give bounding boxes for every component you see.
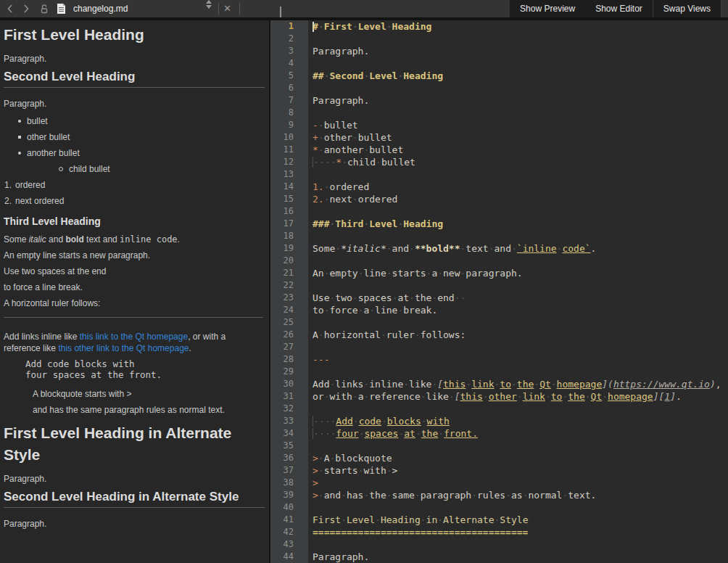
editor-line[interactable]: 32 — [270, 403, 728, 415]
back-button[interactable] — [6, 0, 14, 17]
whitespace-dot: · — [342, 156, 347, 168]
line-number: 14 — [270, 181, 308, 193]
editor-line-text: +·other·bullet — [308, 131, 728, 144]
editor-line[interactable]: 5##·Second·Level·Heading — [270, 70, 728, 82]
split-dropdown-button[interactable] — [206, 0, 212, 17]
editor-line[interactable]: 35 — [270, 440, 728, 452]
editor-line[interactable]: 44Paragraph. — [270, 551, 728, 563]
editor-line[interactable]: 41First·Level·Heading·in·Alternate·Style — [270, 514, 728, 526]
whitespace-dot: · — [324, 70, 330, 82]
editor-line[interactable]: 21An·empty·line·starts·a·new·paragraph. — [270, 267, 728, 279]
preview-link[interactable]: this other link to the Qt homepage — [58, 343, 189, 353]
whitespace-dot: · — [460, 292, 466, 304]
editor-line[interactable]: 33····Add·code·blocks·with — [270, 415, 728, 427]
whitespace-dot: · — [318, 20, 324, 33]
whitespace-dot: · — [438, 427, 444, 440]
line-number: 28 — [270, 353, 308, 366]
editor-line-text — [308, 366, 728, 378]
whitespace-dot: · — [398, 427, 404, 440]
view-buttons-group: Show Preview Show Editor Swap Views — [510, 0, 721, 17]
whitespace-dot: · — [329, 378, 335, 390]
whitespace-dot: · — [329, 292, 335, 304]
editor-line[interactable]: 23Use·two·spaces·at·the·end·· — [270, 292, 728, 304]
editor-line-text: Paragraph. — [308, 551, 728, 563]
editor-line[interactable]: 7Paragraph. — [270, 94, 728, 107]
blockquote-line: A blockquote starts with > — [33, 388, 265, 400]
markdown-source-editor[interactable]: 1#·First·Level·Heading23Paragraph.45##·S… — [270, 20, 728, 563]
editor-line[interactable]: 26A·horizontal·ruler·follows: — [270, 329, 728, 341]
editor-line[interactable]: 3Paragraph. — [270, 45, 728, 57]
document-title[interactable]: changelog.md — [73, 0, 128, 17]
line-number: 38 — [270, 477, 308, 489]
editor-line[interactable]: 11*·another·bullet — [270, 144, 728, 156]
editor-line[interactable]: 39>·and·has·the·same·paragraph·rules·as·… — [270, 489, 728, 501]
editor-line[interactable]: 29 — [270, 366, 728, 378]
editor-line[interactable]: 24to·force·a·line·break. — [270, 304, 728, 316]
editor-line[interactable]: 6 — [270, 82, 728, 94]
unlocked-padlock-icon — [40, 4, 49, 14]
preview-link[interactable]: this link to the Qt homepage — [80, 332, 188, 342]
preview-paragraph: A horizontal ruler follows: — [4, 297, 265, 309]
editor-line[interactable]: 1#·First·Level·Heading — [270, 20, 728, 33]
editor-line[interactable]: 25 — [270, 316, 728, 329]
editor-line-text: An·empty·line·starts·a·new·paragraph. — [308, 267, 728, 279]
editor-line[interactable]: 2 — [270, 33, 728, 45]
editor-line[interactable]: 37>·starts·with·> — [270, 464, 728, 477]
editor-line[interactable]: 141.·ordered — [270, 181, 728, 193]
editor-line[interactable]: 9-·bullet — [270, 119, 728, 131]
editor-line[interactable]: 20 — [270, 255, 728, 267]
editor-line[interactable]: 36>·A·blockquote — [270, 452, 728, 464]
editor-line[interactable]: 18 — [270, 230, 728, 242]
close-document-button[interactable]: ✕ — [223, 0, 231, 17]
line-number: 32 — [270, 403, 308, 415]
editor-line[interactable]: 16 — [270, 205, 728, 218]
whitespace-dot: · — [397, 70, 403, 82]
editor-line[interactable]: 19Some·*italic*·and·**bold**·text·and·`i… — [270, 242, 728, 255]
whitespace-dot: · — [318, 489, 324, 501]
editor-line[interactable]: 17###·Third·Level·Heading — [270, 218, 728, 230]
editor-line[interactable]: 13 — [270, 168, 728, 181]
preview-heading: Second Level Heading — [4, 69, 265, 88]
forward-button[interactable] — [22, 0, 30, 17]
button-separator — [721, 0, 721, 17]
pane-splitter-handle[interactable] — [280, 7, 281, 17]
editor-line[interactable]: 43 — [270, 538, 728, 551]
whitespace-dot: · — [318, 452, 324, 464]
editor-line[interactable]: 22 — [270, 279, 728, 292]
editor-line-text: Some·*italic*·and·**bold**·text·and·`inl… — [308, 242, 728, 255]
lock-icon[interactable] — [40, 0, 49, 17]
editor-line[interactable]: 30Add·links·inline·like·[this·link·to·th… — [270, 378, 728, 390]
editor-line[interactable]: 12····*·child·bullet — [270, 156, 728, 168]
toolbar-separator — [239, 0, 240, 17]
editor-line-text — [308, 316, 728, 329]
editor-line[interactable]: 34····four·spaces·at·the·front. — [270, 427, 728, 440]
show-preview-button[interactable]: Show Preview — [510, 0, 585, 17]
editor-line-text — [308, 279, 728, 292]
editor-line[interactable]: 8 — [270, 107, 728, 119]
editor-line[interactable]: 10+·other·bullet — [270, 131, 728, 144]
editor-line[interactable]: 152.·next·ordered — [270, 193, 728, 205]
whitespace-dot: · — [421, 514, 426, 526]
markdown-preview-pane[interactable]: First Level HeadingParagraph.Second Leve… — [0, 20, 269, 563]
editor-line[interactable]: 42====================================== — [270, 526, 728, 538]
editor-line-text — [308, 538, 728, 551]
editor-line[interactable]: 27 — [270, 341, 728, 353]
line-number: 37 — [270, 464, 308, 477]
editor-line-text: First·Level·Heading·in·Alternate·Style — [308, 514, 728, 526]
editor-line-text — [308, 82, 728, 94]
editor-line-text: ····four·spaces·at·the·front. — [308, 427, 728, 440]
editor-line-text: 2.·next·ordered — [308, 193, 728, 205]
editor-line-text: ====================================== — [308, 526, 728, 538]
line-number: 21 — [270, 267, 308, 279]
line-number: 27 — [270, 341, 308, 353]
editor-line[interactable]: 4 — [270, 57, 728, 70]
editor-line[interactable]: 31or·with·a·reference·like·[this·other·l… — [270, 390, 728, 403]
editor-line[interactable]: 28--- — [270, 353, 728, 366]
show-editor-button[interactable]: Show Editor — [585, 0, 653, 17]
whitespace-dot: · — [431, 378, 437, 390]
swap-views-button[interactable]: Swap Views — [653, 0, 721, 17]
whitespace-dot: · — [318, 144, 324, 156]
editor-line[interactable]: 38> — [270, 477, 728, 489]
whitespace-dot: · — [403, 378, 409, 390]
editor-line[interactable]: 40 — [270, 501, 728, 514]
